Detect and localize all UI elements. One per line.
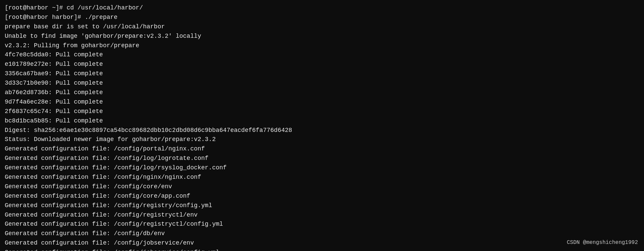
terminal-output: [root@harbor ~]# cd /usr/local/harbor/[r… [5, 3, 639, 251]
terminal-line: ab76e2d8736b: Pull complete [5, 88, 639, 97]
terminal-line: 4fc7e8c5dda0: Pull complete [5, 50, 639, 60]
terminal-line: Generated configuration file: /config/re… [5, 211, 639, 220]
terminal-line: Generated configuration file: /config/co… [5, 182, 639, 192]
terminal-line: Generated configuration file: /config/lo… [5, 154, 639, 163]
terminal-line: Generated configuration file: /config/re… [5, 220, 639, 229]
terminal-window: [root@harbor ~]# cd /usr/local/harbor/[r… [0, 0, 644, 251]
terminal-line: 3356ca67bae9: Pull complete [5, 69, 639, 79]
terminal-line: bc8d1bca5b85: Pull complete [5, 116, 639, 126]
terminal-line: 2f6837c65c74: Pull complete [5, 107, 639, 116]
terminal-line: Generated configuration file: /config/ng… [5, 173, 639, 182]
terminal-line: Digest: sha256:e6ae1e30c8897ca54bcc89682… [5, 126, 639, 135]
terminal-line: 3d33c71b0e90: Pull complete [5, 79, 639, 88]
terminal-line: Status: Downloaded newer image for gohar… [5, 135, 639, 144]
terminal-line: Generated configuration file: /config/lo… [5, 163, 639, 173]
terminal-line: [root@harbor ~]# cd /usr/local/harbor/ [5, 3, 639, 13]
terminal-line: [root@harbor harbor]# ./prepare [5, 13, 639, 22]
terminal-line: v2.3.2: Pulling from goharbor/prepare [5, 41, 639, 51]
terminal-line: Generated configuration file: /config/po… [5, 144, 639, 154]
terminal-line: Unable to find image 'goharbor/prepare:v… [5, 32, 639, 41]
terminal-line: Generated configuration file: /config/co… [5, 192, 639, 201]
terminal-line: Generated configuration file: /config/jo… [5, 248, 639, 251]
terminal-line: Generated configuration file: /config/jo… [5, 239, 639, 248]
watermark: CSDN @mengshicheng1992 [567, 239, 638, 247]
terminal-line: 9d7f4a6ec28e: Pull complete [5, 97, 639, 107]
terminal-line: e101789e272e: Pull complete [5, 60, 639, 69]
terminal-line: Generated configuration file: /config/re… [5, 201, 639, 211]
terminal-line: prepare base dir is set to /usr/local/ha… [5, 22, 639, 32]
terminal-line: Generated configuration file: /config/db… [5, 229, 639, 239]
